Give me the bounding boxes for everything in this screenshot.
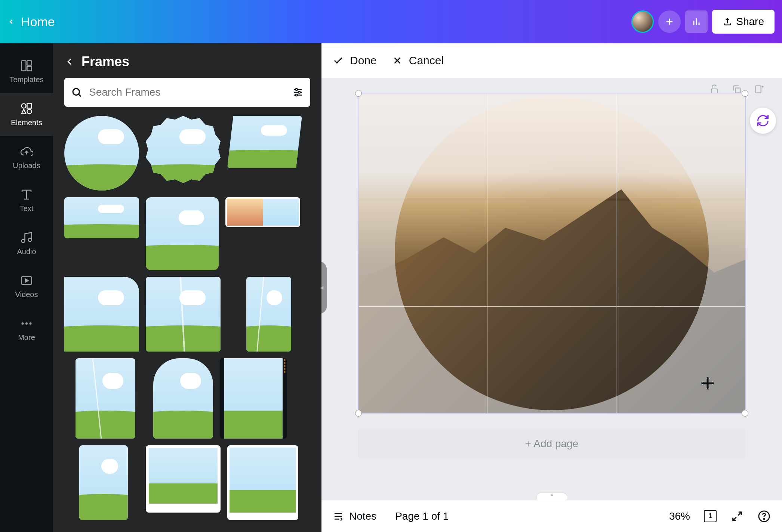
frame-item[interactable] xyxy=(146,277,221,352)
insights-button[interactable] xyxy=(685,10,708,33)
nav-label: More xyxy=(18,333,35,342)
panel-header: Frames xyxy=(53,43,321,78)
add-page-icon-button[interactable] xyxy=(751,81,767,97)
top-bar: Home Share xyxy=(0,0,782,43)
nav-videos[interactable]: Videos xyxy=(0,265,53,308)
share-label: Share xyxy=(736,16,764,28)
frame-item[interactable] xyxy=(146,445,221,513)
nav-audio[interactable]: Audio xyxy=(0,222,53,265)
plus-icon xyxy=(664,16,675,27)
top-bar-left: Home xyxy=(7,15,55,29)
canvas-page[interactable] xyxy=(358,93,746,414)
bottom-bar: Notes Page 1 of 1 36% 1 xyxy=(321,500,782,532)
svg-point-19 xyxy=(22,322,24,325)
grid-view-button[interactable]: 1 xyxy=(704,510,717,523)
avatar[interactable] xyxy=(631,10,654,33)
frame-item[interactable] xyxy=(76,358,135,439)
resize-handle-bl[interactable] xyxy=(355,410,362,417)
check-icon xyxy=(333,55,344,66)
frame-item[interactable] xyxy=(64,277,139,352)
nav-text[interactable]: Text xyxy=(0,179,53,222)
nav-label: Audio xyxy=(17,247,36,256)
more-icon xyxy=(20,317,33,330)
notes-icon xyxy=(333,511,344,522)
canvas-area: Done Cancel xyxy=(321,43,782,532)
filter-icon[interactable] xyxy=(292,87,304,98)
panel-title: Frames xyxy=(81,54,129,69)
canvas-toolbar: Done Cancel xyxy=(321,43,782,78)
frame-item[interactable] xyxy=(146,116,221,191)
expand-tab[interactable]: ⌃ xyxy=(537,493,567,500)
main: Templates Elements Uploads Text Audio Vi… xyxy=(0,43,782,532)
elements-icon xyxy=(20,102,33,115)
nav-more[interactable]: More xyxy=(0,308,53,351)
bottom-right: 36% 1 xyxy=(669,510,771,523)
frame-item[interactable] xyxy=(64,197,139,238)
nav-label: Videos xyxy=(15,290,38,299)
add-button[interactable] xyxy=(658,10,681,33)
frame-item[interactable] xyxy=(227,445,298,520)
music-icon xyxy=(20,231,33,244)
share-button[interactable]: Share xyxy=(712,10,775,34)
nav-templates[interactable]: Templates xyxy=(0,50,53,93)
notes-button[interactable]: Notes xyxy=(333,510,376,522)
svg-point-9 xyxy=(22,104,26,108)
help-icon xyxy=(758,510,770,523)
svg-point-15 xyxy=(22,239,25,243)
svg-rect-34 xyxy=(756,86,761,93)
bar-chart-icon xyxy=(691,16,702,27)
add-page-button[interactable]: + Add page xyxy=(358,429,746,459)
resize-handle-tr[interactable] xyxy=(742,90,748,97)
frame-item[interactable] xyxy=(246,277,291,352)
templates-icon xyxy=(20,59,33,72)
resize-handle-tl[interactable] xyxy=(355,90,362,97)
search-icon xyxy=(71,87,82,98)
search-box[interactable] xyxy=(64,78,310,107)
notes-label: Notes xyxy=(349,510,376,522)
cancel-button[interactable]: Cancel xyxy=(392,54,444,67)
ai-assist-button[interactable] xyxy=(750,108,776,134)
home-link[interactable]: Home xyxy=(21,15,55,29)
move-cursor-icon xyxy=(700,376,715,391)
search-input[interactable] xyxy=(89,86,292,98)
upload-icon xyxy=(723,17,732,27)
page-badge: 1 xyxy=(704,510,717,522)
page-plus-icon xyxy=(754,84,764,95)
close-icon xyxy=(392,55,403,66)
zoom-level[interactable]: 36% xyxy=(669,510,690,522)
svg-point-27 xyxy=(298,92,300,93)
top-bar-right: Share xyxy=(631,10,775,34)
frame-item[interactable] xyxy=(64,116,139,191)
back-icon[interactable] xyxy=(64,56,75,67)
fullscreen-button[interactable] xyxy=(730,510,744,523)
svg-point-46 xyxy=(764,519,764,519)
frame-item[interactable] xyxy=(153,358,213,439)
back-icon[interactable] xyxy=(7,18,15,25)
frame-item[interactable] xyxy=(227,116,302,168)
frame-item[interactable] xyxy=(79,445,128,520)
svg-point-21 xyxy=(30,322,32,325)
frame-item[interactable] xyxy=(146,197,219,270)
svg-marker-11 xyxy=(22,109,26,114)
page-indicator[interactable]: Page 1 of 1 xyxy=(395,510,449,522)
done-button[interactable]: Done xyxy=(333,54,377,67)
svg-rect-8 xyxy=(27,66,32,71)
resize-handle-br[interactable] xyxy=(742,410,748,417)
svg-line-23 xyxy=(78,94,81,96)
canvas-viewport[interactable]: + Add page ⌃ xyxy=(321,78,782,500)
svg-point-39 xyxy=(766,116,767,117)
svg-marker-18 xyxy=(25,279,28,282)
svg-point-25 xyxy=(296,89,298,90)
frame-item[interactable]: ▮▮▮▮▮ xyxy=(220,358,287,439)
nav-rail: Templates Elements Uploads Text Audio Vi… xyxy=(0,43,53,532)
nav-elements[interactable]: Elements xyxy=(0,93,53,136)
sparkle-refresh-icon xyxy=(756,114,770,127)
nav-label: Uploads xyxy=(13,161,40,170)
help-button[interactable] xyxy=(757,510,771,523)
frame-item[interactable] xyxy=(225,197,300,227)
svg-point-29 xyxy=(296,94,298,96)
svg-rect-7 xyxy=(27,61,32,65)
bottom-left: Notes Page 1 of 1 xyxy=(333,510,449,522)
svg-point-16 xyxy=(28,238,32,242)
nav-uploads[interactable]: Uploads xyxy=(0,136,53,179)
